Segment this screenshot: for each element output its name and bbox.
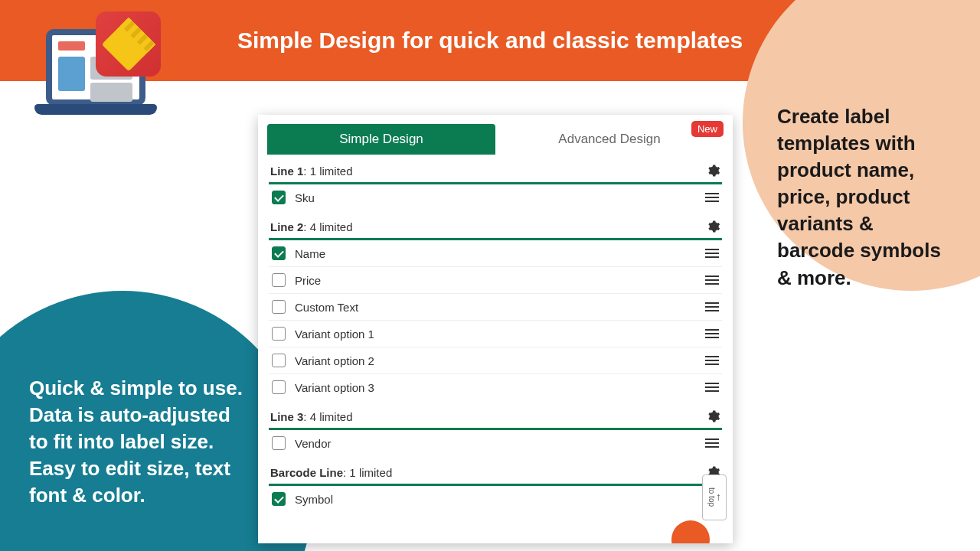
gear-icon[interactable] (707, 409, 720, 423)
svg-rect-8 (705, 283, 719, 285)
drag-handle-icon[interactable] (705, 355, 719, 366)
tabs: Simple Design Advanced Design New (258, 115, 733, 155)
item-label: Variant option 1 (295, 328, 705, 341)
svg-rect-16 (705, 360, 719, 361)
right-description: Create label templates with product name… (777, 103, 949, 292)
checkbox[interactable] (272, 300, 286, 314)
list-item: Variant option 2 (269, 347, 722, 374)
svg-rect-23 (705, 446, 719, 448)
list-item: Sku (269, 184, 722, 210)
checkbox[interactable] (272, 327, 286, 341)
left-description: Quick & simple to use. Data is auto-adju… (29, 375, 251, 509)
checkbox[interactable] (272, 246, 286, 260)
action-button[interactable] (671, 520, 710, 543)
svg-rect-18 (705, 383, 719, 384)
drag-handle-icon[interactable] (705, 275, 719, 285)
svg-rect-11 (705, 310, 719, 311)
svg-rect-21 (705, 439, 719, 440)
item-label: Sku (295, 191, 705, 204)
line2-section: Line 2: 4 limited NamePriceCustom TextVa… (258, 210, 733, 400)
checkbox[interactable] (272, 436, 286, 450)
svg-rect-6 (705, 276, 719, 277)
design-panel: Simple Design Advanced Design New Line 1… (258, 115, 733, 543)
list-item: Vendor (269, 430, 722, 456)
list-item: Symbol (269, 486, 722, 512)
svg-rect-0 (705, 193, 719, 194)
item-label: Variant option 2 (295, 354, 705, 367)
list-item: Name (269, 240, 722, 267)
list-item: Custom Text (269, 294, 722, 321)
item-label: Custom Text (295, 301, 705, 314)
svg-rect-9 (705, 302, 719, 304)
checkbox[interactable] (272, 191, 286, 204)
svg-rect-2 (705, 201, 719, 202)
drag-handle-icon[interactable] (705, 438, 719, 448)
svg-rect-4 (705, 253, 719, 254)
svg-rect-15 (705, 356, 719, 357)
item-label: Name (295, 247, 705, 260)
line1-section: Line 1: 1 limited Sku (258, 155, 733, 210)
list-item: Price (269, 267, 722, 294)
svg-rect-5 (705, 256, 719, 258)
logo-graphic (27, 11, 165, 115)
item-label: Vendor (295, 437, 705, 450)
svg-rect-1 (705, 197, 719, 198)
drag-handle-icon[interactable] (705, 328, 719, 339)
svg-rect-20 (705, 390, 719, 392)
barcode-section: Barcode Line: 1 limited Symbol (258, 456, 733, 512)
drag-handle-icon[interactable] (705, 192, 719, 203)
svg-rect-7 (705, 279, 719, 281)
header-title: Simple Design for quick and classic temp… (237, 28, 743, 54)
svg-rect-13 (705, 333, 719, 334)
item-label: Symbol (295, 493, 705, 506)
checkbox[interactable] (272, 273, 286, 287)
line3-section: Line 3: 4 limited Vendor (258, 400, 733, 456)
gear-icon[interactable] (707, 164, 720, 178)
barcode-title: Barcode Line: 1 limited (270, 466, 392, 479)
gear-icon[interactable] (707, 220, 720, 233)
item-label: Price (295, 274, 705, 287)
checkbox[interactable] (272, 354, 286, 367)
line2-title: Line 2: 4 limited (270, 220, 353, 233)
list-item: Variant option 1 (269, 321, 722, 347)
svg-rect-17 (705, 364, 719, 365)
line1-title: Line 1: 1 limited (270, 165, 353, 178)
tab-advanced-design[interactable]: Advanced Design (495, 124, 724, 155)
svg-rect-3 (705, 249, 719, 250)
checkbox[interactable] (272, 492, 286, 506)
drag-handle-icon[interactable] (705, 302, 719, 312)
svg-rect-12 (705, 329, 719, 331)
item-label: Variant option 3 (295, 381, 705, 394)
drag-handle-icon[interactable] (705, 248, 719, 259)
list-item: Variant option 3 (269, 374, 722, 400)
line3-title: Line 3: 4 limited (270, 410, 353, 423)
drag-handle-icon[interactable] (705, 382, 719, 393)
checkbox[interactable] (272, 380, 286, 394)
svg-rect-19 (705, 386, 719, 388)
svg-rect-22 (705, 442, 719, 444)
svg-rect-14 (705, 337, 719, 338)
tab-simple-design[interactable]: Simple Design (267, 124, 495, 155)
to-top-button[interactable]: to top (702, 474, 727, 520)
svg-rect-10 (705, 306, 719, 308)
new-badge: New (691, 121, 724, 137)
